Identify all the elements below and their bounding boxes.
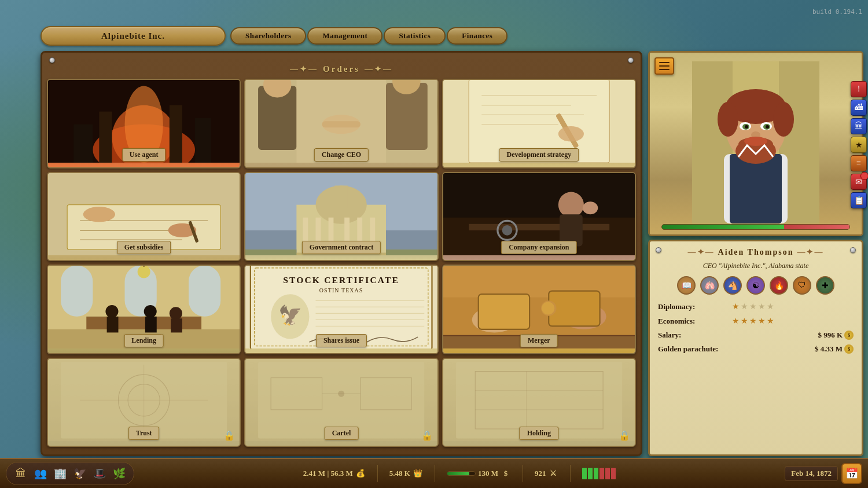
trait-cross[interactable]: ✚ [816, 276, 834, 295]
build-version: build 0.194.1 [812, 8, 862, 16]
card-lending[interactable]: Lending [47, 265, 241, 354]
svg-rect-62 [86, 317, 201, 329]
ceo-name: Aiden Thompson [718, 248, 794, 257]
card-dev-strategy[interactable]: Development strategy [442, 79, 636, 168]
card-change-ceo[interactable]: Change CEO [244, 79, 438, 168]
svg-point-90 [542, 302, 554, 314]
star-button[interactable]: ★ [851, 137, 867, 153]
trait-book[interactable]: 📖 [677, 276, 696, 295]
ceo-description: CEO "Alpinebite Inc.", Alabama state [658, 262, 854, 270]
stat-divider-4 [570, 465, 571, 482]
bottom-stats: 2.41 M | 56.3 M 💰 5.48 K 👑 130 M $ 921 ⚔ [138, 465, 781, 482]
portrait-menu-button[interactable] [654, 57, 674, 75]
trait-shield[interactable]: 🛡 [793, 276, 811, 295]
pin-right [628, 57, 634, 63]
svg-point-69 [138, 266, 150, 278]
orders-header: —✦— Orders —✦— [47, 64, 636, 74]
card-expansion-label: Company expansion [501, 241, 576, 254]
bottom-bar: 🏛 👥 🏢 🦅 🎩 🌿 2.41 M | 56.3 M 💰 5.48 K 👑 1… [0, 458, 868, 488]
mail-notification-badge [860, 172, 868, 180]
svg-point-24 [558, 126, 583, 142]
svg-point-127 [745, 125, 748, 129]
svg-rect-5 [170, 105, 182, 163]
stats-golden-parachute: Golden parachute: $ 4.33 M $ [658, 344, 854, 354]
card-get-subsidies[interactable]: Get subsidies [47, 172, 241, 262]
city-button[interactable]: 🏙 [851, 100, 867, 116]
svg-point-130 [744, 137, 767, 146]
svg-text:STOCK CERTIFICATE: STOCK CERTIFICATE [284, 275, 400, 285]
card-cartel[interactable]: Cartel 🔒 [244, 358, 438, 447]
econ-star-2: ★ [741, 316, 748, 326]
svg-point-65 [144, 305, 157, 318]
building-button[interactable]: 🏛 [851, 118, 867, 134]
card-merger[interactable]: Merger [442, 265, 636, 354]
svg-rect-37 [335, 185, 348, 208]
book-button[interactable]: 📋 [851, 192, 867, 208]
stat-army-icon: ⚔ [548, 468, 558, 479]
card-trust[interactable]: Trust 🔒 [47, 358, 241, 447]
svg-rect-87 [478, 294, 529, 329]
trait-yin-yang[interactable]: ☯ [746, 276, 765, 295]
svg-rect-64 [107, 317, 119, 333]
menu-line-1 [659, 62, 670, 63]
card-use-agent[interactable]: Use agent [47, 79, 241, 168]
date-display: Feb 14, 1872 [785, 466, 838, 481]
stat-resources [582, 468, 616, 479]
trait-fire[interactable]: 🔥 [770, 276, 788, 295]
top-bar: Alpinebite Inc. Shareholders Management … [41, 25, 868, 46]
tab-management[interactable]: Management [307, 27, 382, 45]
ceo-panel-header: —✦— Aiden Thompson —✦— [658, 247, 854, 257]
card-cartel-label: Cartel [325, 427, 359, 440]
alert-button[interactable]: ! [851, 81, 867, 97]
bottom-nav-city[interactable]: 🏢 [52, 465, 69, 482]
tab-shareholders[interactable]: Shareholders [230, 27, 306, 45]
stat-progress-value: 130 M [478, 469, 498, 478]
card-holding-label: Holding [520, 427, 558, 440]
card-shares-issue[interactable]: STOCK CERTIFICATE OSTIN TEXAS 🦅 Shar [244, 265, 438, 354]
trait-donkey[interactable]: 🐴 [723, 276, 742, 295]
card-holding[interactable]: Holding 🔒 [442, 358, 636, 447]
stat-divider-2 [435, 465, 435, 482]
card-use-agent-label: Use agent [122, 148, 166, 162]
bottom-nav-hat[interactable]: 🎩 [91, 465, 108, 482]
bottom-nav-eagle[interactable]: 🦅 [71, 465, 89, 482]
economics-label: Economics: [658, 317, 727, 326]
bottom-nav-plant[interactable]: 🌿 [111, 465, 128, 482]
bottom-nav-buildings[interactable]: 🏛 [12, 465, 30, 482]
character-svg [692, 61, 819, 223]
tab-statistics[interactable]: Statistics [384, 27, 446, 45]
svg-point-104 [338, 390, 344, 397]
star-4: ★ [758, 302, 766, 311]
trait-lung[interactable]: 🫁 [700, 276, 719, 295]
svg-rect-50 [469, 223, 609, 230]
econ-star-3: ★ [749, 316, 757, 326]
svg-point-51 [558, 192, 583, 217]
svg-text:🦅: 🦅 [278, 304, 303, 327]
card-merger-label: Merger [520, 334, 558, 347]
svg-point-128 [766, 125, 769, 129]
svg-point-67 [170, 307, 182, 320]
header-pins [47, 57, 636, 63]
company-title-bar: Alpinebite Inc. [41, 26, 226, 46]
svg-rect-7 [195, 118, 211, 163]
stat-population-icon: 👑 [413, 468, 423, 479]
ceo-info-panel: —✦— Aiden Thompson —✦— CEO "Alpinebite I… [648, 240, 863, 456]
list-button[interactable]: ≡ [851, 155, 867, 171]
ornament-right: —✦— [365, 64, 393, 74]
stat-army: 921 ⚔ [535, 468, 559, 479]
mail-button[interactable]: ✉ [851, 174, 867, 190]
star-1: ★ [732, 302, 740, 311]
stat-population-value: 5.48 K [389, 469, 410, 478]
calendar-button[interactable]: 📅 [841, 463, 862, 484]
diplomacy-stars: ★ ★ ★ ★ ★ [732, 302, 774, 311]
card-gov-contract[interactable]: Government contract [244, 172, 438, 262]
stat-progress-dollar-icon: $ [501, 468, 511, 479]
card-company-expansion[interactable]: Company expansion [442, 172, 636, 262]
svg-point-63 [105, 305, 118, 318]
card-shares-label: Shares issue [316, 334, 367, 347]
tab-finances[interactable]: Finances [447, 27, 507, 45]
character-portrait [648, 51, 863, 236]
svg-rect-47 [386, 249, 437, 255]
health-bar-red [784, 225, 849, 229]
bottom-nav-people[interactable]: 👥 [32, 465, 49, 482]
